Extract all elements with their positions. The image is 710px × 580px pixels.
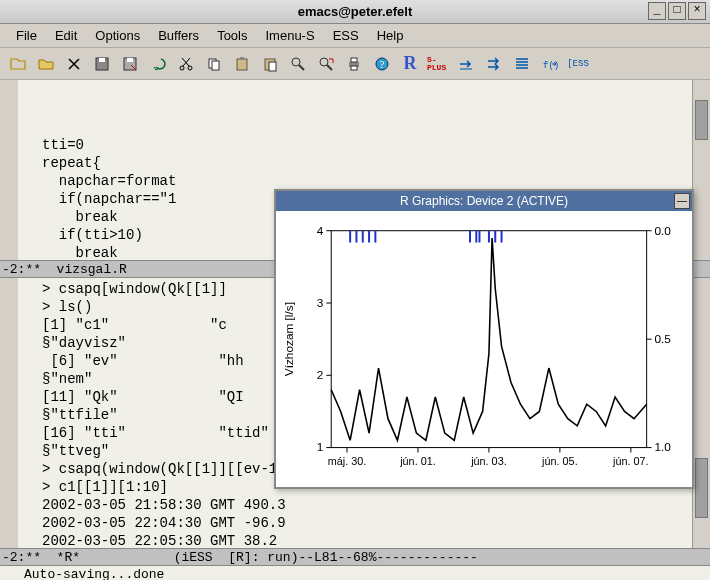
paste-icon[interactable] (230, 52, 254, 76)
scrollbar-bottom[interactable] (692, 278, 710, 548)
window-controls: _ □ × (648, 2, 706, 20)
close-icon[interactable] (62, 52, 86, 76)
eval-line-icon[interactable] (454, 52, 478, 76)
svg-text:jún. 07.: jún. 07. (612, 455, 649, 467)
svg-text:máj. 30.: máj. 30. (328, 455, 367, 467)
svg-rect-3 (127, 58, 133, 62)
menubar: File Edit Options Buffers Tools Imenu-S … (0, 24, 710, 48)
print-icon[interactable] (342, 52, 366, 76)
window-titlebar: emacs@peter.efelt _ □ × (0, 0, 710, 24)
svg-rect-8 (237, 59, 247, 70)
close-button[interactable]: × (688, 2, 706, 20)
find-icon[interactable] (286, 52, 310, 76)
repl-line: 2002-03-05 22:04:30 GMT -96.9 (42, 514, 706, 532)
ess-icon[interactable]: [ESS (566, 52, 590, 76)
save-icon[interactable] (90, 52, 114, 76)
fringe-marker-icon (2, 82, 14, 94)
menu-imenu-s[interactable]: Imenu-S (257, 26, 322, 45)
svg-point-12 (292, 58, 300, 66)
r-graphics-titlebar[interactable]: R Graphics: Device 2 (ACTIVE) — (276, 191, 692, 211)
svg-rect-15 (351, 58, 357, 62)
menu-ess[interactable]: ESS (325, 26, 367, 45)
editor-area: tti=0repeat{ napchar=format if(napchar==… (0, 80, 710, 580)
code-line: repeat{ (42, 154, 706, 172)
menu-file[interactable]: File (8, 26, 45, 45)
open-file-icon[interactable] (6, 52, 30, 76)
splus-icon[interactable]: S-PLUS (426, 52, 450, 76)
code-line: napchar=format (42, 172, 706, 190)
svg-text:Vízhozam [l/s]: Vízhozam [l/s] (282, 302, 296, 376)
eval-function-icon[interactable]: f() (538, 52, 562, 76)
svg-text:jún. 03.: jún. 03. (470, 455, 507, 467)
copy-icon[interactable] (202, 52, 226, 76)
scrollbar-top[interactable] (692, 80, 710, 260)
svg-text:0.5: 0.5 (655, 332, 672, 346)
r-graphics-window[interactable]: R Graphics: Device 2 (ACTIVE) — 12340.00… (274, 189, 694, 489)
repl-line: 2002-03-05 21:58:30 GMT 490.3 (42, 496, 706, 514)
svg-text:1.0: 1.0 (655, 441, 672, 455)
lines-icon[interactable] (510, 52, 534, 76)
svg-text:1: 1 (317, 441, 324, 455)
folder-icon[interactable] (34, 52, 58, 76)
window-title: emacs@peter.efelt (298, 4, 413, 19)
svg-text:4: 4 (317, 224, 324, 238)
help-icon[interactable]: ? (370, 52, 394, 76)
toolbar: ? R S-PLUS f() [ESS (0, 48, 710, 80)
svg-rect-16 (351, 66, 357, 70)
minimize-button[interactable]: _ (648, 2, 666, 20)
repl-line: 2002-03-05 22:05:30 GMT 38.2 (42, 532, 706, 548)
svg-text:jún. 01.: jún. 01. (399, 455, 436, 467)
svg-point-13 (320, 58, 328, 66)
undo-icon[interactable] (146, 52, 170, 76)
menu-tools[interactable]: Tools (209, 26, 255, 45)
svg-text:2: 2 (317, 368, 324, 382)
cut-icon[interactable] (174, 52, 198, 76)
minibuffer[interactable]: Auto-saving...done (0, 566, 710, 580)
svg-text:?: ? (380, 59, 385, 70)
svg-point-4 (180, 66, 184, 70)
svg-rect-1 (99, 58, 105, 62)
menu-options[interactable]: Options (87, 26, 148, 45)
r-graphics-plot-area: 12340.00.51.0máj. 30.jún. 01.jún. 03.jún… (276, 211, 692, 487)
svg-rect-11 (269, 62, 276, 71)
svg-rect-9 (240, 57, 244, 60)
menu-edit[interactable]: Edit (47, 26, 85, 45)
save-as-icon[interactable] (118, 52, 142, 76)
replace-icon[interactable] (314, 52, 338, 76)
r-graphics-close-icon[interactable]: — (674, 193, 690, 209)
maximize-button[interactable]: □ (668, 2, 686, 20)
menu-buffers[interactable]: Buffers (150, 26, 207, 45)
svg-text:f(): f() (543, 61, 558, 71)
svg-text:jún. 05.: jún. 05. (541, 455, 578, 467)
svg-text:0.0: 0.0 (655, 224, 672, 238)
eval-region-icon[interactable] (482, 52, 506, 76)
modeline-r[interactable]: -2:** *R* (iESS [R]: run)--L81--68%-----… (0, 548, 710, 566)
svg-text:3: 3 (317, 296, 324, 310)
paste2-icon[interactable] (258, 52, 282, 76)
svg-point-5 (188, 66, 192, 70)
menu-help[interactable]: Help (369, 26, 412, 45)
code-line: tti=0 (42, 136, 706, 154)
svg-rect-7 (212, 61, 219, 70)
r-graphics-title: R Graphics: Device 2 (ACTIVE) (400, 194, 568, 208)
r-icon[interactable]: R (398, 52, 422, 76)
